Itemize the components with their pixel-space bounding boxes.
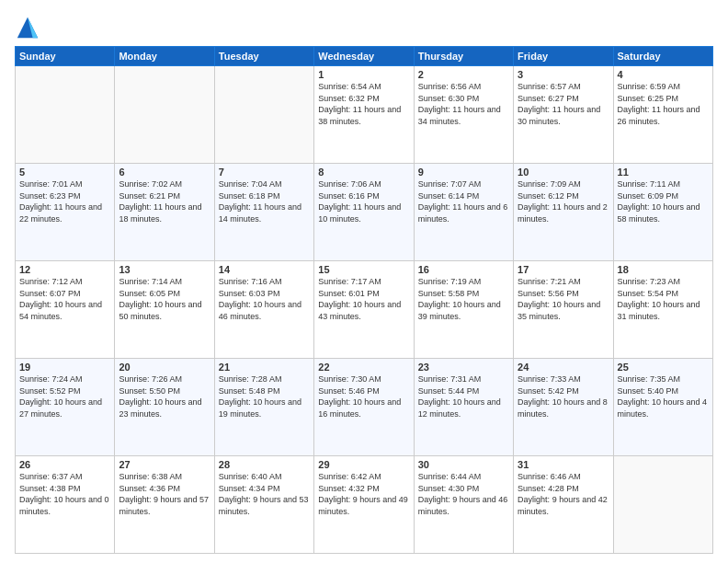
day-cell: 16Sunrise: 7:19 AMSunset: 5:58 PMDayligh… bbox=[414, 261, 513, 359]
day-number: 20 bbox=[119, 362, 210, 373]
day-cell: 31Sunrise: 6:46 AMSunset: 4:28 PMDayligh… bbox=[514, 456, 613, 554]
day-cell: 17Sunrise: 7:21 AMSunset: 5:56 PMDayligh… bbox=[514, 261, 613, 359]
day-info: Sunrise: 7:23 AMSunset: 5:54 PMDaylight:… bbox=[618, 276, 709, 322]
day-cell: 26Sunrise: 6:37 AMSunset: 4:38 PMDayligh… bbox=[16, 456, 115, 554]
day-info: Sunrise: 7:14 AMSunset: 6:05 PMDaylight:… bbox=[119, 276, 210, 322]
day-cell: 25Sunrise: 7:35 AMSunset: 5:40 PMDayligh… bbox=[613, 359, 712, 456]
weekday-header-row: SundayMondayTuesdayWednesdayThursdayFrid… bbox=[16, 47, 713, 66]
header bbox=[15, 15, 713, 40]
day-cell: 15Sunrise: 7:17 AMSunset: 6:01 PMDayligh… bbox=[314, 261, 414, 359]
day-cell: 23Sunrise: 7:31 AMSunset: 5:44 PMDayligh… bbox=[414, 359, 513, 456]
day-number: 28 bbox=[219, 459, 310, 470]
day-number: 23 bbox=[418, 362, 509, 373]
day-cell: 19Sunrise: 7:24 AMSunset: 5:52 PMDayligh… bbox=[16, 359, 115, 456]
day-info: Sunrise: 6:40 AMSunset: 4:34 PMDaylight:… bbox=[219, 471, 310, 517]
day-info: Sunrise: 6:59 AMSunset: 6:25 PMDaylight:… bbox=[618, 81, 709, 127]
day-number: 26 bbox=[19, 459, 110, 470]
weekday-header-monday: Monday bbox=[115, 47, 214, 66]
day-info: Sunrise: 6:37 AMSunset: 4:38 PMDaylight:… bbox=[19, 471, 110, 517]
day-number: 1 bbox=[318, 69, 409, 80]
day-number: 9 bbox=[418, 167, 509, 178]
day-number: 15 bbox=[318, 264, 409, 275]
weekday-header-wednesday: Wednesday bbox=[314, 47, 414, 66]
day-info: Sunrise: 6:38 AMSunset: 4:36 PMDaylight:… bbox=[119, 471, 210, 517]
day-number: 21 bbox=[219, 362, 310, 373]
day-cell: 22Sunrise: 7:30 AMSunset: 5:46 PMDayligh… bbox=[314, 359, 414, 456]
day-info: Sunrise: 6:54 AMSunset: 6:32 PMDaylight:… bbox=[318, 81, 409, 127]
weekday-header-tuesday: Tuesday bbox=[214, 47, 313, 66]
page: SundayMondayTuesdayWednesdayThursdayFrid… bbox=[0, 0, 728, 563]
day-cell: 1Sunrise: 6:54 AMSunset: 6:32 PMDaylight… bbox=[314, 66, 414, 164]
day-info: Sunrise: 7:09 AMSunset: 6:12 PMDaylight:… bbox=[518, 178, 609, 224]
day-number: 11 bbox=[618, 167, 709, 178]
day-cell: 8Sunrise: 7:06 AMSunset: 6:16 PMDaylight… bbox=[314, 164, 414, 261]
day-cell bbox=[115, 66, 214, 164]
day-number: 13 bbox=[119, 264, 210, 275]
day-number: 25 bbox=[618, 362, 709, 373]
day-number: 4 bbox=[618, 69, 709, 80]
day-info: Sunrise: 7:06 AMSunset: 6:16 PMDaylight:… bbox=[318, 178, 409, 224]
day-number: 2 bbox=[418, 69, 509, 80]
week-row-1: 1Sunrise: 6:54 AMSunset: 6:32 PMDaylight… bbox=[16, 66, 713, 164]
week-row-4: 19Sunrise: 7:24 AMSunset: 5:52 PMDayligh… bbox=[16, 359, 713, 456]
day-info: Sunrise: 7:21 AMSunset: 5:56 PMDaylight:… bbox=[518, 276, 609, 322]
day-info: Sunrise: 7:30 AMSunset: 5:46 PMDaylight:… bbox=[318, 373, 409, 419]
day-cell: 4Sunrise: 6:59 AMSunset: 6:25 PMDaylight… bbox=[613, 66, 712, 164]
day-info: Sunrise: 6:46 AMSunset: 4:28 PMDaylight:… bbox=[518, 471, 609, 517]
day-cell: 24Sunrise: 7:33 AMSunset: 5:42 PMDayligh… bbox=[514, 359, 613, 456]
day-cell: 2Sunrise: 6:56 AMSunset: 6:30 PMDaylight… bbox=[414, 66, 513, 164]
day-cell: 13Sunrise: 7:14 AMSunset: 6:05 PMDayligh… bbox=[115, 261, 214, 359]
day-info: Sunrise: 7:17 AMSunset: 6:01 PMDaylight:… bbox=[318, 276, 409, 322]
day-number: 29 bbox=[318, 459, 409, 470]
day-info: Sunrise: 7:28 AMSunset: 5:48 PMDaylight:… bbox=[219, 373, 310, 419]
day-info: Sunrise: 6:42 AMSunset: 4:32 PMDaylight:… bbox=[318, 471, 409, 517]
logo-icon bbox=[15, 15, 40, 40]
weekday-header-friday: Friday bbox=[514, 47, 613, 66]
day-cell: 28Sunrise: 6:40 AMSunset: 4:34 PMDayligh… bbox=[214, 456, 313, 554]
day-info: Sunrise: 7:12 AMSunset: 6:07 PMDaylight:… bbox=[19, 276, 110, 322]
day-cell: 29Sunrise: 6:42 AMSunset: 4:32 PMDayligh… bbox=[314, 456, 414, 554]
day-number: 18 bbox=[618, 264, 709, 275]
day-number: 6 bbox=[119, 167, 210, 178]
day-cell: 20Sunrise: 7:26 AMSunset: 5:50 PMDayligh… bbox=[115, 359, 214, 456]
day-number: 31 bbox=[518, 459, 609, 470]
week-row-2: 5Sunrise: 7:01 AMSunset: 6:23 PMDaylight… bbox=[16, 164, 713, 261]
day-cell bbox=[214, 66, 313, 164]
weekday-header-thursday: Thursday bbox=[414, 47, 513, 66]
day-cell bbox=[613, 456, 712, 554]
day-cell: 3Sunrise: 6:57 AMSunset: 6:27 PMDaylight… bbox=[514, 66, 613, 164]
day-number: 27 bbox=[119, 459, 210, 470]
day-cell bbox=[16, 66, 115, 164]
day-number: 19 bbox=[19, 362, 110, 373]
day-cell: 7Sunrise: 7:04 AMSunset: 6:18 PMDaylight… bbox=[214, 164, 313, 261]
calendar-table: SundayMondayTuesdayWednesdayThursdayFrid… bbox=[15, 46, 713, 554]
weekday-header-saturday: Saturday bbox=[613, 47, 712, 66]
day-info: Sunrise: 7:19 AMSunset: 5:58 PMDaylight:… bbox=[418, 276, 509, 322]
day-cell: 11Sunrise: 7:11 AMSunset: 6:09 PMDayligh… bbox=[613, 164, 712, 261]
day-info: Sunrise: 7:11 AMSunset: 6:09 PMDaylight:… bbox=[618, 178, 709, 224]
day-info: Sunrise: 7:07 AMSunset: 6:14 PMDaylight:… bbox=[418, 178, 509, 224]
day-info: Sunrise: 7:01 AMSunset: 6:23 PMDaylight:… bbox=[19, 178, 110, 224]
day-cell: 12Sunrise: 7:12 AMSunset: 6:07 PMDayligh… bbox=[16, 261, 115, 359]
day-number: 12 bbox=[19, 264, 110, 275]
day-cell: 6Sunrise: 7:02 AMSunset: 6:21 PMDaylight… bbox=[115, 164, 214, 261]
day-cell: 18Sunrise: 7:23 AMSunset: 5:54 PMDayligh… bbox=[613, 261, 712, 359]
day-info: Sunrise: 7:26 AMSunset: 5:50 PMDaylight:… bbox=[119, 373, 210, 419]
day-number: 7 bbox=[219, 167, 310, 178]
day-cell: 21Sunrise: 7:28 AMSunset: 5:48 PMDayligh… bbox=[214, 359, 313, 456]
day-info: Sunrise: 6:44 AMSunset: 4:30 PMDaylight:… bbox=[418, 471, 509, 517]
day-number: 17 bbox=[518, 264, 609, 275]
day-info: Sunrise: 6:57 AMSunset: 6:27 PMDaylight:… bbox=[518, 81, 609, 127]
day-cell: 9Sunrise: 7:07 AMSunset: 6:14 PMDaylight… bbox=[414, 164, 513, 261]
day-info: Sunrise: 7:16 AMSunset: 6:03 PMDaylight:… bbox=[219, 276, 310, 322]
day-number: 10 bbox=[518, 167, 609, 178]
day-info: Sunrise: 7:35 AMSunset: 5:40 PMDaylight:… bbox=[618, 373, 709, 419]
day-info: Sunrise: 6:56 AMSunset: 6:30 PMDaylight:… bbox=[418, 81, 509, 127]
day-info: Sunrise: 7:31 AMSunset: 5:44 PMDaylight:… bbox=[418, 373, 509, 419]
day-info: Sunrise: 7:02 AMSunset: 6:21 PMDaylight:… bbox=[119, 178, 210, 224]
day-cell: 27Sunrise: 6:38 AMSunset: 4:36 PMDayligh… bbox=[115, 456, 214, 554]
week-row-5: 26Sunrise: 6:37 AMSunset: 4:38 PMDayligh… bbox=[16, 456, 713, 554]
day-number: 22 bbox=[318, 362, 409, 373]
day-info: Sunrise: 7:04 AMSunset: 6:18 PMDaylight:… bbox=[219, 178, 310, 224]
logo bbox=[15, 15, 44, 40]
